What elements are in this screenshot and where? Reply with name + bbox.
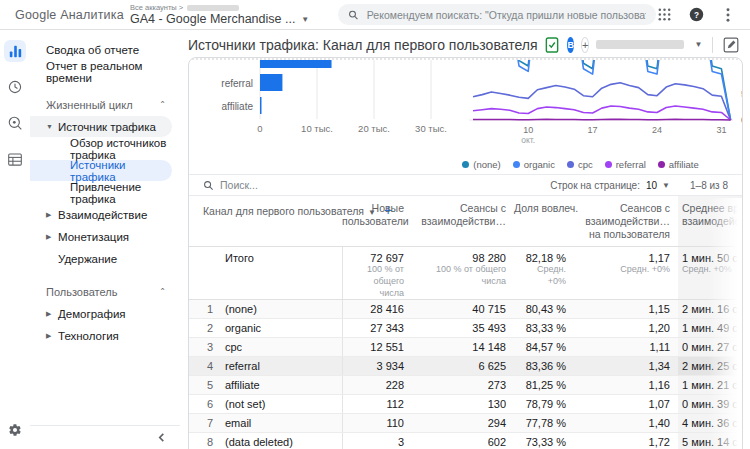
admin-gear-icon[interactable]: [4, 419, 26, 441]
svg-text:17: 17: [588, 125, 598, 135]
apps-grid-icon[interactable]: [656, 7, 672, 23]
redacted-date-range[interactable]: [596, 40, 684, 49]
sidebar: Сводка об отчетеОтчет в реальном времени…: [30, 30, 180, 449]
dimension-column-header[interactable]: Канал для первого пользователя▼+: [189, 196, 342, 247]
sidebar-item-user-section[interactable]: Пользователь⌃: [30, 281, 180, 302]
table-row-datadeleted[interactable]: 8(data deleted)360273,33 %1,725 мин. 14 …: [189, 433, 743, 449]
table-row-email[interactable]: 7email11029477,78 %1,404 мин. 36 сек.: [189, 414, 743, 433]
sidebar-item-label: Демография: [58, 308, 126, 320]
table-row-affiliate[interactable]: 5affiliate22827381,25 %1,161 мин. 21 сек…: [189, 376, 743, 395]
legend-label: affiliate: [669, 159, 699, 170]
legend-item-none[interactable]: (none): [462, 159, 500, 170]
svg-text:10: 10: [523, 125, 533, 135]
sidebar-item-monetization[interactable]: ▶Монетизация: [30, 226, 180, 247]
sidebar-collapse-button[interactable]: [30, 425, 180, 449]
chevron-collapsed-icon: ▶: [46, 233, 58, 241]
svg-text:?: ?: [693, 11, 698, 20]
brand: Google Аналитика: [8, 7, 120, 23]
legend-label: cpc: [578, 159, 593, 170]
advertising-nav-icon[interactable]: [4, 148, 26, 170]
report-quality-icon[interactable]: [544, 37, 560, 53]
reports-nav-icon[interactable]: [4, 40, 26, 62]
column-header-sessions[interactable]: Сеансы с взаимодействи…: [412, 196, 514, 247]
main-content: Источники трафика: Канал для первого пол…: [180, 30, 750, 449]
svg-text:referral: referral: [221, 78, 253, 89]
chevron-up-icon: ⌃: [159, 287, 166, 296]
sidebar-item-label: Источники трафика: [70, 159, 172, 183]
chevron-up-icon: ⌃: [159, 100, 166, 109]
table-row-notset[interactable]: 6(not set)11213078,79 %1,070 мин. 39 сек…: [189, 395, 743, 414]
report-card: 010 тыс.20 тыс.30 тыс.referralaffiliate …: [188, 57, 743, 449]
table-row-cpc[interactable]: 3cpc12 55114 14884,57 %1,110 мин. 27 сек…: [189, 338, 743, 357]
add-comparison-button[interactable]: +: [581, 37, 589, 53]
totals-label: Итого: [217, 247, 342, 300]
legend-dot-icon: [658, 161, 665, 168]
chart-legend: (none)organiccpcreferralaffiliate: [189, 154, 742, 174]
sidebar-item-label: Удержание: [58, 253, 117, 265]
svg-text:0: 0: [257, 123, 262, 134]
help-icon[interactable]: ?: [688, 7, 704, 23]
page-title: Источники трафика: Канал для первого пол…: [188, 37, 537, 53]
sidebar-item-lifecycle-section[interactable]: Жизненный цикл⌃: [30, 94, 180, 115]
sidebar-list: Сводка об отчетеОтчет в реальном времени…: [30, 38, 180, 425]
sidebar-item-label: Обзор источников трафика: [70, 137, 180, 161]
icon-rail: [0, 30, 30, 449]
table-search-input[interactable]: [220, 179, 420, 191]
sidebar-item-tech[interactable]: ▶Технология: [30, 325, 180, 346]
legend-item-referral[interactable]: referral: [605, 159, 646, 170]
chevron-down-icon: ▼: [662, 181, 670, 190]
svg-text:окт.: окт.: [521, 135, 535, 145]
sidebar-item-report-snapshot[interactable]: Сводка об отчете: [30, 39, 180, 60]
edit-report-icon[interactable]: [723, 37, 739, 53]
svg-text:affiliate: affiliate: [221, 101, 253, 112]
global-search-input[interactable]: Рекомендуем поискать: "Откуда пришли нов…: [338, 4, 656, 25]
legend-item-affiliate[interactable]: affiliate: [658, 159, 699, 170]
sidebar-item-label: Отчет в реальном времени: [46, 60, 180, 84]
svg-text:0: 0: [741, 115, 742, 125]
table-row-none[interactable]: 1(none)28 41640 71580,43 %1,152 мин. 16 …: [189, 300, 743, 319]
column-header-engagement[interactable]: Доля вовлеч.: [514, 196, 574, 247]
sidebar-item-realtime-report[interactable]: Отчет в реальном времени: [30, 61, 180, 82]
global-search-placeholder: Рекомендуем поискать: "Откуда пришли нов…: [367, 9, 646, 21]
sidebar-item-traffic-acquisition[interactable]: Источники трафика: [30, 160, 172, 181]
sidebar-item-retention[interactable]: Удержание: [30, 248, 180, 269]
column-header-avg-time[interactable]: Среднее времявзаимодействия: [678, 196, 743, 247]
report-header: Источники трафика: Канал для первого пол…: [188, 34, 750, 55]
data-table: Канал для первого пользователя▼+ Новые п…: [189, 196, 743, 449]
svg-text:24: 24: [652, 125, 662, 135]
sidebar-item-demographics[interactable]: ▶Демография: [30, 303, 180, 324]
sidebar-item-user-acquisition[interactable]: Привлечение трафика: [30, 182, 180, 203]
sidebar-item-engagement[interactable]: ▶Взаимодействие: [30, 204, 180, 225]
account-switcher[interactable]: Все аккаунты > GA4 - Google Merchandise …: [130, 3, 330, 26]
legend-item-cpc[interactable]: cpc: [567, 159, 593, 170]
collapse-left-icon: [157, 433, 166, 442]
explore-nav-icon[interactable]: [4, 112, 26, 134]
rows-per-page-select[interactable]: 10 ▼: [646, 180, 670, 191]
topbar: Google Аналитика Все аккаунты > GA4 - Go…: [0, 0, 750, 30]
collaborator-avatar[interactable]: B: [567, 37, 574, 53]
legend-dot-icon: [567, 161, 574, 168]
legend-label: organic: [524, 159, 555, 170]
table-row-referral[interactable]: 4referral3 9346 62583,36 %1,342 мин. 25 …: [189, 357, 743, 376]
sidebar-item-label: Источник трафика: [58, 121, 156, 133]
more-vertical-icon[interactable]: [720, 7, 736, 23]
rows-per-page-label: Строк на странице:: [550, 180, 640, 191]
table-row-organic[interactable]: 2organic27 34335 49383,33 %1,201 мин. 49…: [189, 319, 743, 338]
sidebar-item-traffic-source[interactable]: ▼Источник трафика: [30, 116, 172, 137]
sidebar-item-label: Монетизация: [58, 231, 129, 243]
legend-label: (none): [473, 159, 500, 170]
svg-text:500: 500: [741, 89, 742, 99]
chevron-expanded-icon: ▼: [46, 123, 58, 130]
table-search[interactable]: [203, 179, 544, 191]
svg-text:20 тыс.: 20 тыс.: [358, 123, 390, 134]
date-range-caret-icon: ▼: [694, 40, 702, 49]
sidebar-item-acquisition-overview[interactable]: Обзор источников трафика: [30, 138, 180, 159]
legend-dot-icon: [513, 161, 520, 168]
sidebar-item-label: Сводка об отчете: [46, 44, 139, 56]
column-header-sessions-per-user[interactable]: Сеансов с взаимодействи… на пользователя: [574, 196, 678, 247]
legend-item-organic[interactable]: organic: [513, 159, 555, 170]
chevron-down-icon: ▼: [301, 15, 309, 24]
table-header-row: Канал для первого пользователя▼+ Новые п…: [189, 196, 743, 247]
account-path: Все аккаунты >: [130, 3, 183, 12]
realtime-nav-icon[interactable]: [4, 76, 26, 98]
